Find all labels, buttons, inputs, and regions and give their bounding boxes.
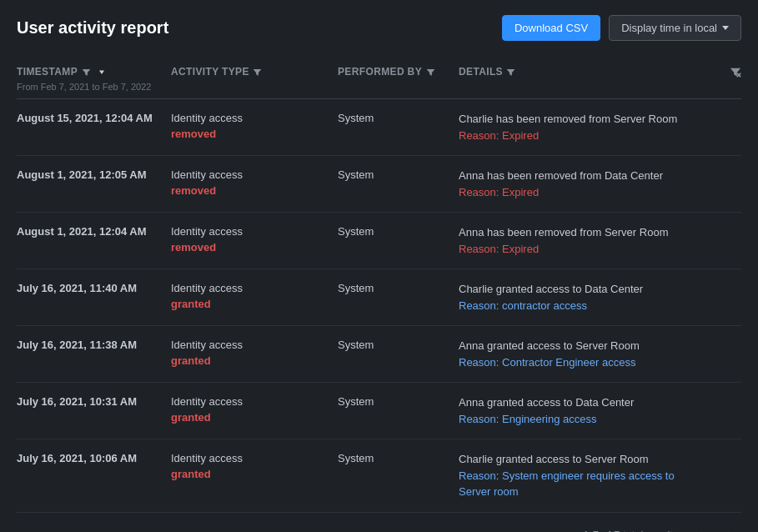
cell-activity-type-2: Identity access removed xyxy=(171,224,338,256)
cell-details-5: Anna granted access to Data Center Reaso… xyxy=(459,394,716,427)
cell-timestamp-0: August 15, 2021, 12:04 AM xyxy=(17,111,171,127)
table-row: August 15, 2021, 12:04 AM Identity acces… xyxy=(17,99,741,156)
pagination-prev-button[interactable] xyxy=(690,526,711,533)
cell-performer-0: System xyxy=(338,111,459,127)
cell-performer-2: System xyxy=(338,224,459,240)
cell-activity-type-0: Identity access removed xyxy=(171,111,338,143)
cell-performer-6: System xyxy=(338,451,459,467)
cell-performer-4: System xyxy=(338,338,459,354)
cell-details-1: Anna has been removed from Data Center R… xyxy=(459,168,716,200)
pagination: 1-7 of 7 total results. xyxy=(17,513,741,533)
table-row: August 1, 2021, 12:04 AM Identity access… xyxy=(17,213,741,269)
timestamp-sort-icon[interactable] xyxy=(96,66,108,78)
cell-timestamp-5: July 16, 2021, 10:31 AM xyxy=(17,394,171,410)
cell-activity-type-3: Identity access granted xyxy=(171,281,338,313)
cell-performer-1: System xyxy=(338,168,459,183)
activity-type-filter-icon[interactable] xyxy=(253,67,263,77)
cell-performer-3: System xyxy=(338,281,459,297)
cell-timestamp-1: August 1, 2021, 12:05 AM xyxy=(17,168,171,183)
col-header-performed-by: Performed by xyxy=(338,66,459,78)
cell-details-2: Anna has been removed from Server Room R… xyxy=(459,224,716,257)
table-row: July 16, 2021, 11:40 AM Identity access … xyxy=(17,269,741,326)
header-actions: Download CSV Display time in local xyxy=(502,15,741,41)
cell-timestamp-2: August 1, 2021, 12:04 AM xyxy=(17,224,171,240)
table-header: Timestamp From Feb 7, 2021 to Feb 7, 202… xyxy=(17,59,741,99)
col-header-timestamp: Timestamp From Feb 7, 2021 to Feb 7, 202… xyxy=(17,66,171,92)
cell-details-4: Anna granted access to Server Room Reaso… xyxy=(459,338,716,370)
cell-activity-type-4: Identity access granted xyxy=(171,338,338,369)
performed-by-filter-icon[interactable] xyxy=(425,67,435,77)
cell-timestamp-4: July 16, 2021, 11:38 AM xyxy=(17,338,171,354)
details-filter-icon[interactable] xyxy=(506,67,516,77)
cell-timestamp-3: July 16, 2021, 11:40 AM xyxy=(17,281,171,297)
table-row: July 16, 2021, 10:31 AM Identity access … xyxy=(17,383,741,439)
table-row: July 16, 2021, 11:38 AM Identity access … xyxy=(17,326,741,383)
cell-performer-5: System xyxy=(338,394,459,410)
cell-details-6: Charlie granted access to Server Room Re… xyxy=(459,451,716,500)
cell-details-3: Charlie granted access to Data Center Re… xyxy=(459,281,716,314)
table-container: Timestamp From Feb 7, 2021 to Feb 7, 202… xyxy=(17,59,741,513)
cell-activity-type-5: Identity access granted xyxy=(171,394,338,426)
pagination-summary: 1-7 of 7 total results. xyxy=(583,529,681,532)
table-row: August 1, 2021, 12:05 AM Identity access… xyxy=(17,156,741,213)
col-header-activity-type: Activity type xyxy=(171,66,338,78)
page-title: User activity report xyxy=(17,18,168,38)
table-body: August 15, 2021, 12:04 AM Identity acces… xyxy=(17,99,741,513)
col-header-details: Details xyxy=(459,66,716,78)
pagination-next-button[interactable] xyxy=(720,526,741,533)
download-csv-button[interactable]: Download CSV xyxy=(502,15,600,41)
timestamp-filter-icon[interactable] xyxy=(81,67,91,77)
cell-details-0: Charlie has been removed from Server Roo… xyxy=(459,111,716,143)
page-container: User activity report Download CSV Displa… xyxy=(0,0,758,532)
cell-activity-type-1: Identity access removed xyxy=(171,168,338,199)
clear-filters-button[interactable] xyxy=(716,66,741,78)
cell-activity-type-6: Identity access granted xyxy=(171,451,338,483)
table-row: July 16, 2021, 10:06 AM Identity access … xyxy=(17,439,741,513)
display-time-button[interactable]: Display time in local xyxy=(609,15,741,41)
cell-timestamp-6: July 16, 2021, 10:06 AM xyxy=(17,451,171,467)
chevron-down-icon xyxy=(722,26,729,30)
header: User activity report Download CSV Displa… xyxy=(17,15,741,41)
